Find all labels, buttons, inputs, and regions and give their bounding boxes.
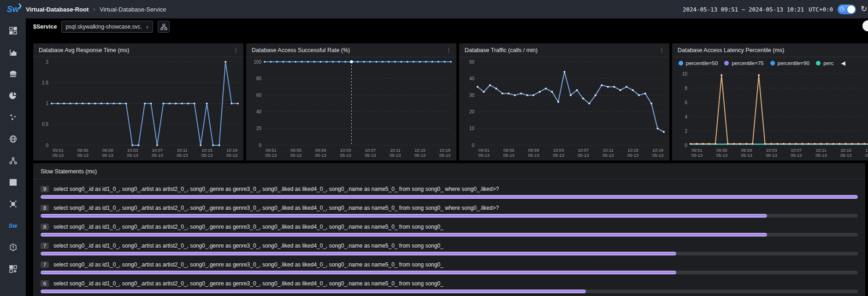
- chart-traffic[interactable]: 0102030405009:5105-1309:5505-1309:5905-1…: [459, 57, 669, 160]
- svg-text:10:11: 10:11: [390, 148, 401, 153]
- svg-text:50: 50: [469, 59, 475, 65]
- chart-latency-percentile[interactable]: 024681009:5105-1309:5505-1309:5905-1310:…: [672, 69, 868, 160]
- scatter-dots-icon: [9, 113, 17, 121]
- slow-statement-row[interactable]: 6select song0_.id as id1_0_, song0_.arti…: [41, 278, 858, 293]
- slow-statements-panel: Slow Statements (ms) 9select song0_.id a…: [33, 163, 865, 296]
- time-range[interactable]: 2024-05-13 09:51 ~ 2024-05-13 10:21: [683, 6, 804, 13]
- sql-statement-text: select song0_.id as id1_0_, song0_.artis…: [53, 224, 443, 230]
- slow-statements-list: 9select song0_.id as id1_0_, song0_.arti…: [33, 179, 865, 296]
- panel-traffic: Database Traffic (calls / min)⋮ 01020304…: [459, 43, 669, 160]
- svg-text:09:55: 09:55: [716, 148, 727, 153]
- pie-chart-icon: [9, 92, 17, 100]
- panel-latency-percentile: Database Access Latency Percentile (ms)⋮…: [672, 43, 868, 160]
- slow-statements-title: Slow Statements (ms): [33, 163, 865, 179]
- utc-toggle[interactable]: ◷: [838, 5, 856, 14]
- svg-text:05-13: 05-13: [102, 153, 113, 158]
- duration-badge: 9: [41, 186, 49, 192]
- duration-bar: [41, 233, 767, 237]
- svg-text:09:55: 09:55: [290, 148, 301, 153]
- sidebar-item-new-dashboard[interactable]: [8, 264, 18, 273]
- kebab-menu-icon[interactable]: ⋮: [446, 48, 452, 53]
- svg-text:20: 20: [256, 126, 262, 131]
- svg-text:05-13: 05-13: [553, 153, 564, 158]
- service-select[interactable]: psql.skywalking-showcase.svc. ∨: [61, 21, 153, 33]
- legend-item[interactable]: perc: [816, 60, 833, 66]
- svg-text:100: 100: [254, 59, 261, 65]
- kebab-menu-icon[interactable]: ⋮: [659, 48, 665, 53]
- svg-text:09:51: 09:51: [53, 148, 64, 153]
- svg-text:2: 2: [46, 59, 48, 65]
- svg-text:05-13: 05-13: [741, 153, 752, 158]
- sidebar-item-alarm[interactable]: [8, 243, 18, 252]
- service-filter-row: $Service psql.skywalking-showcase.svc. ∨: [26, 18, 868, 35]
- duration-bar-track: [41, 195, 858, 199]
- sidebar-item-database[interactable]: [8, 69, 18, 78]
- sidebar-item-topology[interactable]: [8, 156, 18, 165]
- sidebar-item-mesh[interactable]: [8, 199, 18, 208]
- top-bar: Sw❯ Virtual-Database-Root › Virtual-Data…: [0, 0, 868, 18]
- floating-button[interactable]: [862, 20, 868, 31]
- legend-item[interactable]: percentile=90: [770, 60, 809, 66]
- legend-prev-icon[interactable]: ◀: [841, 60, 845, 66]
- skywalking-logo[interactable]: Sw❯: [0, 5, 26, 14]
- svg-text:05-13: 05-13: [791, 153, 802, 158]
- sql-statement-text: select song0_.id as id1_0_, song0_.artis…: [53, 261, 443, 268]
- panel-title: Database Access Latency Percentile (ms): [678, 47, 784, 53]
- slow-statement-row[interactable]: 7select song0_.id as id1_0_, song0_.arti…: [41, 260, 858, 274]
- svg-text:05-13: 05-13: [627, 153, 638, 158]
- chart-avg-response-time[interactable]: 00.511.5209:5105-1309:5505-1309:5905-131…: [33, 57, 243, 160]
- sidebar-item-sampling[interactable]: [8, 112, 18, 122]
- legend-dot-icon: [770, 61, 775, 65]
- slow-statement-row[interactable]: 9select song0_.id as id1_0_, song0_.arti…: [41, 184, 858, 199]
- svg-text:40: 40: [256, 109, 262, 114]
- svg-text:10:07: 10:07: [152, 148, 163, 153]
- duration-bar-track: [41, 271, 858, 274]
- kebab-menu-icon[interactable]: ⋮: [233, 48, 239, 53]
- svg-text:05-13: 05-13: [201, 153, 213, 158]
- duration-bar-track: [41, 233, 858, 237]
- svg-text:09:55: 09:55: [77, 148, 89, 153]
- svg-text:10:15: 10:15: [627, 148, 638, 153]
- sidebar-item-metrics[interactable]: [8, 47, 18, 57]
- sidebar-item-services[interactable]: [8, 178, 18, 187]
- duration-bar-track: [41, 214, 858, 218]
- slow-statement-row[interactable]: 7select song0_.id as id1_0_, song0_.arti…: [41, 241, 858, 255]
- svg-text:10:11: 10:11: [177, 148, 188, 153]
- svg-text:40: 40: [469, 76, 475, 81]
- svg-text:10:15: 10:15: [840, 148, 851, 153]
- skywalking-icon: Sw: [9, 222, 18, 229]
- duration-badge: 6: [41, 280, 49, 287]
- duration-bar: [41, 195, 858, 199]
- svg-text:05-13: 05-13: [716, 153, 727, 158]
- clock-icon: ◷: [839, 6, 844, 12]
- svg-text:10:07: 10:07: [791, 148, 802, 153]
- legend-item[interactable]: percentile=50: [679, 60, 718, 66]
- duration-badge: 7: [41, 261, 49, 268]
- refresh-icon[interactable]: ↻: [861, 4, 868, 14]
- latency-legend: percentile=50percentile=75percentile=90p…: [672, 57, 868, 69]
- svg-text:6: 6: [685, 100, 687, 105]
- svg-text:10:11: 10:11: [603, 148, 614, 153]
- svg-text:10:19: 10:19: [439, 148, 450, 153]
- svg-text:05-13: 05-13: [503, 153, 514, 158]
- service-filter-label: $Service: [33, 24, 57, 30]
- chart-success-rate[interactable]: 02040608010009:5105-1309:5505-1309:5905-…: [246, 57, 456, 160]
- topology-icon: [9, 157, 17, 165]
- slow-statement-row[interactable]: 8select song0_.id as id1_0_, song0_.arti…: [41, 222, 858, 237]
- legend-item[interactable]: percentile=75: [724, 60, 763, 66]
- sidebar-item-dashboard[interactable]: [8, 26, 18, 35]
- slow-statement-row[interactable]: 8select song0_.id as id1_0_, song0_.arti…: [41, 203, 858, 218]
- sidebar-item-pie[interactable]: [8, 91, 18, 100]
- svg-text:10:19: 10:19: [652, 148, 663, 153]
- svg-text:09:51: 09:51: [478, 148, 490, 153]
- duration-bar-track: [41, 252, 858, 255]
- chevron-down-icon: ∨: [146, 24, 149, 30]
- service-topology-button[interactable]: [158, 21, 170, 33]
- breadcrumb-root[interactable]: Virtual-Database-Root: [26, 6, 89, 13]
- panel-title: Database Access Successful Rate (%): [252, 47, 350, 53]
- sidebar-item-skywalking-active[interactable]: Sw: [8, 221, 18, 230]
- svg-text:05-13: 05-13: [691, 153, 703, 158]
- svg-text:05-13: 05-13: [53, 153, 64, 158]
- database-icon: [9, 70, 17, 78]
- sidebar-item-browser[interactable]: [8, 134, 18, 143]
